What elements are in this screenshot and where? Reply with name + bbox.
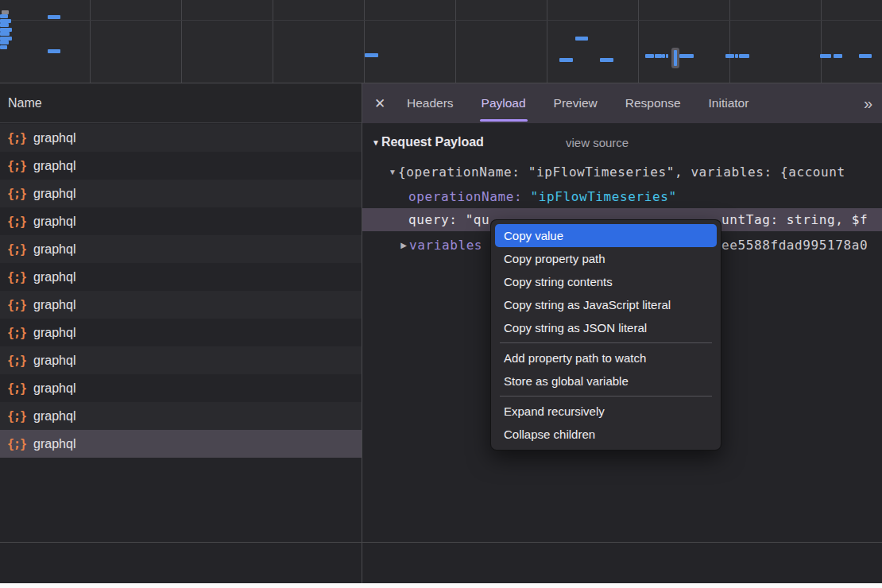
request-timing-bar [645, 54, 654, 58]
menu-item-collapse-children[interactable]: Collapse children [495, 423, 717, 446]
tab-initiator[interactable]: Initiator [709, 83, 749, 123]
json-braces-icon: {;} [7, 354, 26, 368]
request-name-label: graphql [33, 409, 75, 424]
request-name-label: graphql [33, 298, 75, 312]
tab-label: Preview [554, 96, 598, 110]
menu-item-copy-string-as-json-literal[interactable]: Copy string as JSON literal [495, 316, 717, 339]
request-name-label: graphql [33, 242, 75, 257]
timeline-hover-marker-bar [674, 50, 677, 66]
view-source-link[interactable]: view source [566, 136, 629, 149]
request-name-label: graphql [33, 437, 75, 451]
menu-item-copy-property-path[interactable]: Copy property path [495, 247, 717, 270]
json-braces-icon: {;} [7, 409, 26, 424]
payload-root-row[interactable]: ▼ {operationName: "ipFlowTimeseries", va… [362, 162, 882, 181]
json-braces-icon: {;} [7, 131, 26, 145]
timeline-grid-line [547, 0, 547, 83]
request-row[interactable]: {;}graphql [0, 180, 362, 207]
request-name-label: graphql [33, 215, 75, 229]
request-timing-bar [735, 54, 738, 58]
timeline-grid-line [90, 0, 91, 83]
menu-item-copy-string-contents[interactable]: Copy string contents [495, 270, 717, 293]
request-timing-bar [834, 54, 842, 58]
request-timing-bar [859, 54, 872, 58]
operationname-key: operationName: [408, 189, 522, 204]
request-timing-bar [48, 49, 60, 53]
request-timing-bar [739, 54, 749, 58]
request-name-label: graphql [33, 326, 75, 340]
request-timing-bar [559, 58, 573, 62]
request-name-label: graphql [33, 131, 75, 145]
request-timing-bar [820, 54, 831, 58]
request-timing-bar [365, 53, 378, 57]
request-row[interactable]: {;}graphql [0, 374, 362, 402]
request-row[interactable]: {;}graphql [0, 430, 362, 458]
request-timing-bar [600, 58, 613, 62]
tab-response[interactable]: Response [625, 83, 681, 123]
request-timing-bar [655, 54, 662, 58]
menu-item-expand-recursively[interactable]: Expand recursively [495, 400, 717, 423]
request-timing-bar-gray [2, 10, 9, 14]
json-braces-icon: {;} [7, 381, 26, 396]
timeline-grid-line [821, 0, 822, 83]
request-row[interactable]: {;}graphql [0, 124, 362, 152]
request-timing-bar [0, 45, 7, 49]
menu-item-copy-string-as-javascript-literal[interactable]: Copy string as JavaScript literal [495, 293, 717, 316]
json-braces-icon: {;} [7, 326, 26, 340]
variables-row-right-fragment: ee5588fdad995178a0 [721, 238, 868, 253]
close-details-button[interactable]: ✕ [362, 83, 397, 123]
query-row-right-fragment: untTag: string, $f [721, 212, 868, 227]
request-timing-bar [48, 15, 60, 19]
list-footer-divider [0, 542, 882, 543]
timeline-grid-line [638, 0, 639, 83]
column-header-name[interactable]: Name [0, 83, 362, 123]
request-name-label: graphql [33, 270, 75, 284]
menu-item-add-property-path-to-watch[interactable]: Add property path to watch [495, 346, 717, 369]
request-row[interactable]: {;}graphql [0, 207, 362, 235]
section-collapse-triangle-icon[interactable]: ▼ [372, 138, 380, 147]
details-tab-bar: ✕ HeadersPayloadPreviewResponseInitiator… [362, 83, 882, 124]
request-timing-bar [725, 54, 734, 58]
window-bottom-edge [0, 583, 882, 588]
tab-preview[interactable]: Preview [554, 83, 598, 123]
payload-root-preview: {operationName: "ipFlowTimeseries", vari… [398, 164, 845, 180]
timeline-grid-line [455, 0, 456, 83]
request-payload-title: Request Payload [381, 135, 484, 149]
request-timing-bar [662, 54, 665, 58]
column-header-name-label: Name [8, 96, 42, 110]
request-row[interactable]: {;}graphql [0, 263, 362, 291]
network-overview-timeline[interactable] [0, 0, 882, 83]
request-list: {;}graphql{;}graphql{;}graphql{;}graphql… [0, 124, 362, 458]
request-name-label: graphql [33, 354, 75, 368]
payload-operationname-row[interactable]: operationName: "ipFlowTimeseries" [362, 187, 882, 206]
variables-collapsed-triangle-icon[interactable]: ▶ [398, 241, 409, 250]
request-row[interactable]: {;}graphql [0, 402, 362, 430]
tab-label: Headers [407, 96, 454, 110]
json-braces-icon: {;} [7, 437, 26, 451]
tab-headers[interactable]: Headers [407, 83, 454, 123]
request-row[interactable]: {;}graphql [0, 235, 362, 263]
json-braces-icon: {;} [7, 215, 26, 229]
more-tabs-icon[interactable]: » [864, 83, 871, 123]
request-timing-bar [0, 41, 9, 44]
request-timing-bar [575, 37, 588, 41]
request-timing-bar [0, 14, 8, 18]
timeline-hover-marker [671, 48, 679, 68]
tab-label: Initiator [709, 96, 749, 110]
request-row[interactable]: {;}graphql [0, 319, 362, 346]
request-timing-bar [0, 23, 9, 27]
timeline-grid-line [729, 0, 730, 83]
menu-item-copy-value[interactable]: Copy value [495, 224, 717, 247]
timeline-horizontal-line [0, 20, 882, 21]
request-name-label: graphql [33, 159, 75, 173]
tab-payload[interactable]: Payload [482, 83, 526, 123]
json-braces-icon: {;} [7, 159, 26, 173]
request-row[interactable]: {;}graphql [0, 291, 362, 319]
request-row[interactable]: {;}graphql [0, 152, 362, 180]
request-row[interactable]: {;}graphql [0, 346, 362, 374]
menu-divider [500, 396, 712, 397]
menu-item-store-as-global-variable[interactable]: Store as global variable [495, 369, 717, 393]
root-expanded-triangle-icon[interactable]: ▼ [387, 168, 398, 176]
json-braces-icon: {;} [7, 270, 26, 284]
timeline-grid-line [273, 0, 273, 83]
request-name-label: graphql [33, 381, 75, 396]
